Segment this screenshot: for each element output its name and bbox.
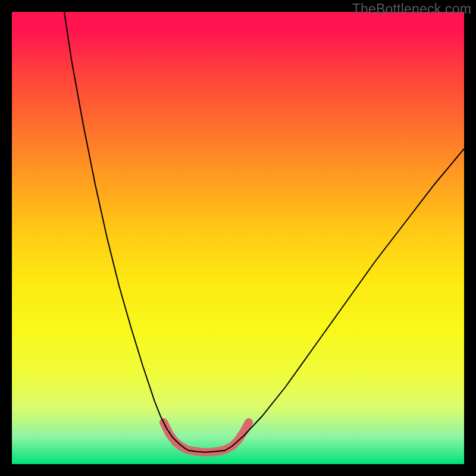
watermark-text: TheBottleneck.com — [352, 1, 471, 17]
left-branch-curve — [64, 12, 464, 452]
bottom-highlight-curve — [164, 422, 249, 452]
chart-frame — [12, 12, 464, 464]
chart-svg — [12, 12, 464, 464]
